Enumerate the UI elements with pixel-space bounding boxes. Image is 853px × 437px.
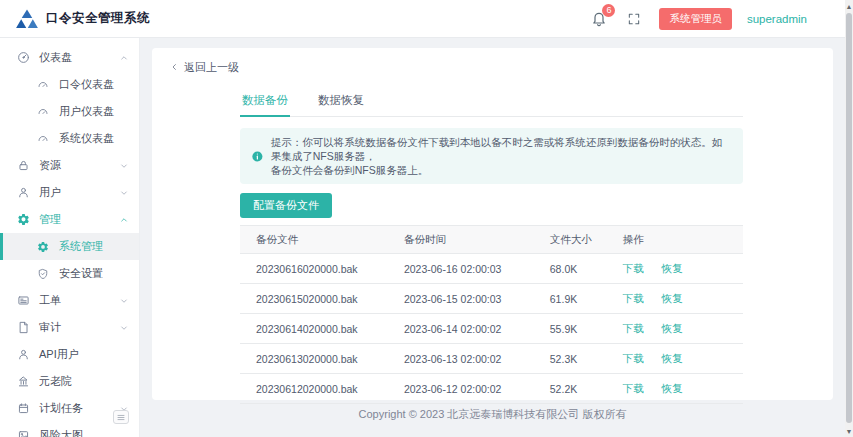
restore-link[interactable]: 恢复	[662, 262, 683, 274]
menu-fold-icon	[116, 413, 126, 422]
sidebar-item-work-orders[interactable]: 工单	[0, 287, 139, 314]
scroll-up-arrow[interactable]: ▲	[845, 0, 853, 12]
sidebar-item-risk-map[interactable]: 风险大图	[0, 422, 139, 437]
download-link[interactable]: 下载	[623, 262, 644, 274]
main-content: 返回上一级 数据备份 数据恢复 提示：你可以将系统	[140, 38, 853, 437]
table-row: 20230616020000.bak 2023-06-16 02:00:03 6…	[240, 254, 743, 284]
cell-size: 68.0K	[542, 254, 615, 284]
sidebar-item-management[interactable]: 管理	[0, 206, 139, 233]
dashboard-icon	[16, 51, 30, 65]
chevron-up-icon	[119, 53, 129, 63]
gauge-icon	[36, 105, 50, 119]
sidebar-collapse-button[interactable]	[113, 410, 129, 424]
chevron-down-icon	[119, 323, 129, 333]
role-badge-button[interactable]: 系统管理员	[659, 8, 732, 30]
sidebar-item-label: 计划任务	[39, 401, 83, 416]
notification-bell-button[interactable]: 6	[589, 9, 609, 29]
page-title: 口令安全管理系统	[46, 10, 150, 27]
sidebar-item-password-dashboard[interactable]: 口令仪表盘	[0, 71, 139, 98]
sidebar-item-label: 仪表盘	[39, 50, 72, 65]
restore-link[interactable]: 恢复	[662, 382, 683, 394]
sidebar-item-security-settings[interactable]: 安全设置	[0, 260, 139, 287]
cell-size: 52.3K	[542, 344, 615, 374]
shield-check-icon	[36, 267, 50, 281]
restore-link[interactable]: 恢复	[662, 322, 683, 334]
cell-time: 2023-06-14 02:00:02	[396, 314, 542, 344]
sidebar-item-label: 用户	[39, 185, 61, 200]
table-header-row: 备份文件 备份时间 文件大小 操作	[240, 226, 743, 254]
top-header: 口令安全管理系统 6 系统管理员 superadmin	[0, 0, 853, 38]
sidebar-item-label: API用户	[39, 347, 79, 362]
chevron-left-icon	[170, 62, 179, 72]
back-button[interactable]: 返回上一级	[170, 60, 239, 75]
chevron-up-icon	[119, 215, 129, 225]
cell-size: 61.9K	[542, 284, 615, 314]
tab-data-backup[interactable]: 数据备份	[240, 93, 290, 116]
sidebar-item-api-users[interactable]: API用户	[0, 341, 139, 368]
sidebar-item-label: 风险大图	[39, 428, 83, 437]
sidebar-item-senate[interactable]: 元老院	[0, 368, 139, 395]
restore-link[interactable]: 恢复	[662, 352, 683, 364]
sidebar-item-label: 用户仪表盘	[59, 104, 114, 119]
sidebar-item-label: 系统仪表盘	[59, 131, 114, 146]
table-row: 20230615020000.bak 2023-06-15 02:00:03 6…	[240, 284, 743, 314]
table-row: 20230613020000.bak 2023-06-13 02:00:02 5…	[240, 344, 743, 374]
sidebar-item-resources[interactable]: 资源	[0, 152, 139, 179]
col-actions: 操作	[615, 226, 743, 254]
configure-backup-button[interactable]: 配置备份文件	[240, 193, 332, 218]
scrollbar-thumb[interactable]	[846, 13, 852, 423]
chevron-down-icon	[119, 161, 129, 171]
fullscreen-icon	[627, 12, 641, 26]
col-file-size: 文件大小	[542, 226, 615, 254]
sidebar-item-system-dashboard[interactable]: 系统仪表盘	[0, 125, 139, 152]
schedule-icon	[16, 402, 30, 416]
api-user-icon	[16, 348, 30, 362]
cell-time: 2023-06-12 02:00:02	[396, 374, 542, 404]
sidebar-item-user-dashboard[interactable]: 用户仪表盘	[0, 98, 139, 125]
header-actions: 6 系统管理员 superadmin	[589, 8, 807, 30]
tab-data-restore[interactable]: 数据恢复	[316, 93, 366, 116]
sidebar-item-label: 系统管理	[59, 239, 103, 254]
content-card: 返回上一级 数据备份 数据恢复 提示：你可以将系统	[152, 48, 833, 400]
alert-line-2: 备份文件会备份到NFS服务器上。	[271, 163, 731, 177]
sidebar-item-label: 元老院	[39, 374, 72, 389]
download-link[interactable]: 下载	[623, 292, 644, 304]
scroll-down-arrow[interactable]: ▼	[845, 425, 853, 437]
brand: 口令安全管理系统	[16, 9, 150, 29]
sidebar-item-users[interactable]: 用户	[0, 179, 139, 206]
info-alert: 提示：你可以将系统数据备份文件下载到本地以备不时之需或将系统还原到数据备份时的状…	[240, 128, 743, 184]
gear-icon	[36, 240, 50, 254]
senate-icon	[16, 375, 30, 389]
sidebar-item-label: 工单	[39, 293, 61, 308]
cell-size: 52.2K	[542, 374, 615, 404]
download-link[interactable]: 下载	[623, 382, 644, 394]
username[interactable]: superadmin	[747, 13, 807, 25]
gear-icon	[16, 213, 30, 227]
sidebar-item-label: 安全设置	[59, 266, 103, 281]
download-link[interactable]: 下载	[623, 322, 644, 334]
sidebar-item-audit[interactable]: 审计	[0, 314, 139, 341]
user-icon	[16, 186, 30, 200]
sidebar-item-system-management[interactable]: 系统管理	[0, 233, 139, 260]
sidebar: 仪表盘 口令仪表盘 用户仪表盘 系统仪表盘 资源	[0, 38, 140, 437]
page-scrollbar[interactable]: ▲ ▼	[845, 0, 853, 437]
sidebar-item-label: 资源	[39, 158, 61, 173]
restore-link[interactable]: 恢复	[662, 292, 683, 304]
app-logo-icon	[16, 9, 38, 29]
download-link[interactable]: 下载	[623, 352, 644, 364]
backup-table: 备份文件 备份时间 文件大小 操作 20230616020000.bak 202…	[240, 225, 743, 404]
copyright-footer: Copyright © 2023 北京远泰瑞博科技有限公司 版权所有	[152, 407, 833, 422]
chevron-down-icon	[119, 296, 129, 306]
alert-line-1: 提示：你可以将系统数据备份文件下载到本地以备不时之需或将系统还原到数据备份时的状…	[271, 135, 731, 163]
sidebar-item-dashboard[interactable]: 仪表盘	[0, 44, 139, 71]
cell-size: 55.9K	[542, 314, 615, 344]
app-window: 口令安全管理系统 6 系统管理员 superadmin 仪表盘	[0, 0, 853, 437]
cell-file: 20230616020000.bak	[240, 254, 396, 284]
sidebar-item-label: 口令仪表盘	[59, 77, 114, 92]
cell-time: 2023-06-13 02:00:02	[396, 344, 542, 374]
ticket-icon	[16, 294, 30, 308]
cell-file: 20230614020000.bak	[240, 314, 396, 344]
fullscreen-button[interactable]	[624, 9, 644, 29]
gauge-icon	[36, 132, 50, 146]
table-row: 20230612020000.bak 2023-06-12 02:00:02 5…	[240, 374, 743, 404]
